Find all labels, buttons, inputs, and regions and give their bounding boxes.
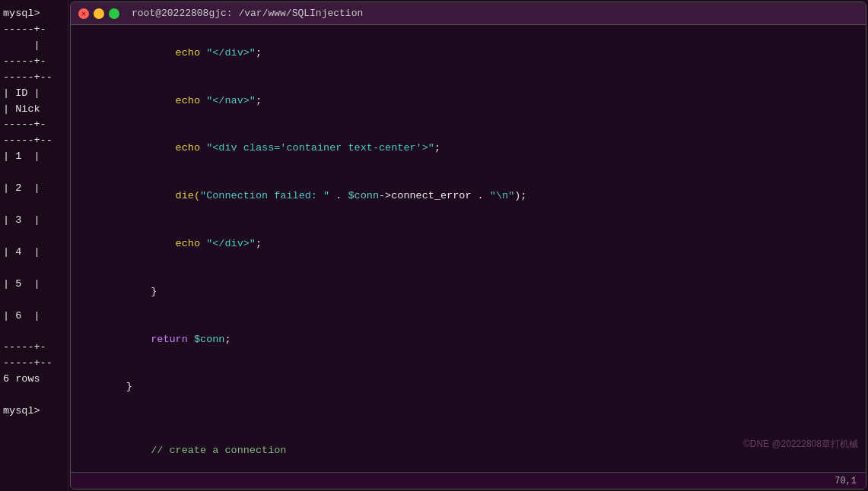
- code-line-1: echo "</div>";: [77, 30, 860, 78]
- terminal-body[interactable]: echo "</div>"; echo "</nav>"; echo "<div…: [71, 25, 866, 472]
- code-line-8: }: [77, 363, 860, 411]
- table-border-6: -----+-: [3, 340, 68, 356]
- code-line-10: // create a connection: [77, 427, 860, 472]
- table-header-nick: | Nick: [3, 102, 68, 118]
- table-row-2: | 2 |: [3, 181, 68, 197]
- rows-count: 6 rows: [3, 372, 68, 388]
- titlebar-title: root@20222808gjc: /var/www/SQLInjection: [132, 8, 363, 19]
- code-line-4: die("Connection failed: " . $conn->conne…: [77, 173, 860, 220]
- table-row-5: | 5 |: [3, 277, 68, 293]
- code-token: die(: [126, 190, 200, 201]
- code-token: .: [329, 190, 348, 201]
- code-token: return: [126, 334, 194, 345]
- table-spacer-5: [3, 293, 68, 309]
- table-row-4: | 4 |: [3, 245, 68, 261]
- code-token: "</nav>": [206, 95, 256, 106]
- code-token: "\n": [490, 190, 514, 201]
- code-line-7: return $conn;: [77, 316, 860, 364]
- table-spacer-6: [3, 324, 68, 340]
- table-row-3: | 3 |: [3, 213, 68, 229]
- code-token: echo: [126, 95, 206, 106]
- spacer-after-rows: [3, 388, 68, 404]
- watermark: ©DNE @20222808章打机械: [743, 438, 858, 451]
- code-token: // create a connection: [126, 445, 287, 456]
- code-line-5: echo "</div>";: [77, 220, 860, 268]
- code-token: "Connection failed: ": [200, 190, 329, 201]
- code-token: "</div>": [206, 47, 256, 59]
- table-border-5: -----+--: [3, 133, 68, 149]
- code-token: ;: [224, 334, 231, 345]
- code-token: $conn: [194, 334, 225, 345]
- code-token: echo: [126, 142, 206, 154]
- code-token: echo: [126, 238, 206, 249]
- titlebar-buttons: ✕: [78, 8, 119, 19]
- code-token: }: [126, 286, 157, 297]
- table-spacer-3: [3, 229, 68, 245]
- table-border-3: -----+--: [3, 70, 68, 86]
- terminal-window: ✕ root@20222808gjc: /var/www/SQLInjectio…: [70, 2, 866, 489]
- close-button[interactable]: ✕: [78, 8, 89, 19]
- sidebar-content: mysql> -----+- | -----+- -----+-- | ID |…: [0, 6, 68, 420]
- code-token: $conn: [348, 190, 379, 201]
- code-token: ;: [256, 238, 262, 249]
- mysql-prompt-top: mysql>: [3, 6, 68, 22]
- code-line-9: [77, 411, 860, 427]
- maximize-button[interactable]: [109, 8, 119, 19]
- code-token: ->connect_error .: [379, 190, 490, 201]
- code-token: "</div>": [206, 238, 256, 249]
- code-token: ;: [256, 95, 262, 106]
- code-line-3: echo "<div class='container text-center'…: [77, 125, 860, 173]
- terminal-titlebar: ✕ root@20222808gjc: /var/www/SQLInjectio…: [71, 2, 866, 25]
- code-token: );: [514, 190, 526, 201]
- table-header-id: | ID |: [3, 86, 68, 102]
- code-token: ;: [434, 142, 440, 154]
- code-line-2: echo "</nav>";: [77, 78, 860, 125]
- code-token: "<div class='container text-center'>": [206, 142, 434, 154]
- cursor-position: 70,1: [835, 476, 857, 486]
- code-token: ;: [256, 47, 262, 59]
- table-border-4: -----+-: [3, 117, 68, 133]
- status-bar: 70,1: [71, 472, 866, 489]
- code-token: }: [126, 381, 132, 392]
- code-token: echo: [126, 47, 206, 59]
- minimize-button[interactable]: [94, 8, 104, 19]
- table-border-2: -----+-: [3, 54, 68, 70]
- table-sep-1: |: [3, 38, 68, 54]
- table-border-1: -----+-: [3, 22, 68, 38]
- table-spacer-1: [3, 165, 68, 181]
- table-row-1: | 1 |: [3, 149, 68, 165]
- screen: mysql> -----+- | -----+- -----+-- | ID |…: [0, 0, 868, 491]
- code-line-6: }: [77, 268, 860, 316]
- table-spacer-2: [3, 197, 68, 213]
- mysql-prompt-bottom: mysql>: [3, 404, 68, 420]
- table-border-7: -----+--: [3, 356, 68, 372]
- mysql-sidebar: mysql> -----+- | -----+- -----+-- | ID |…: [0, 0, 68, 491]
- table-spacer-4: [3, 261, 68, 277]
- table-row-6: | 6 |: [3, 309, 68, 325]
